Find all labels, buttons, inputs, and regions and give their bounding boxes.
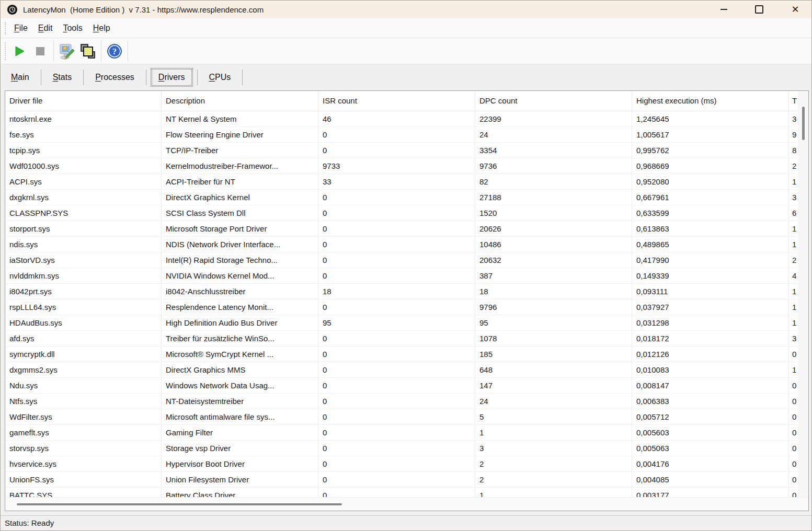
table-cell: i8042-Anschlusstreiber: [162, 284, 318, 299]
table-cell: BATTC.SYS: [5, 488, 162, 497]
table-cell: Hypervisor Boot Driver: [162, 456, 318, 471]
maximize-button[interactable]: [748, 2, 771, 17]
table-cell: 0: [318, 347, 475, 362]
close-icon: ✕: [791, 5, 799, 14]
window-controls: ✕: [712, 1, 807, 18]
table-row[interactable]: HDAudBus.sysHigh Definition Audio Bus Dr…: [5, 315, 808, 331]
table-cell: 1: [475, 425, 632, 440]
table-row[interactable]: gameflt.sysGaming Filter010,0056030: [5, 425, 808, 441]
minimize-button[interactable]: [712, 2, 735, 17]
table-cell: 0: [789, 441, 797, 456]
horizontal-scrollbar-thumb[interactable]: [17, 503, 342, 505]
table-row[interactable]: i8042prt.sysi8042-Anschlusstreiber18180,…: [5, 284, 808, 299]
status-bar: Status: Ready: [1, 515, 811, 531]
table-cell: 0,004176: [632, 456, 789, 471]
menu-item-edit[interactable]: Edit: [33, 24, 58, 33]
menu-item-help[interactable]: Help: [88, 24, 116, 33]
table-cell: Wdf01000.sys: [5, 158, 162, 174]
table-cell: ndis.sys: [5, 237, 162, 252]
tab-processes[interactable]: Processes: [87, 69, 143, 86]
table-row[interactable]: dxgkrnl.sysDirectX Graphics Kernel027188…: [5, 190, 808, 205]
table-row[interactable]: fse.sysFlow Steering Engine Driver0241,0…: [5, 127, 808, 143]
table-row[interactable]: Wdf01000.sysKernelmodustreiber-Framewor.…: [5, 158, 808, 174]
table-row[interactable]: Ndu.sysWindows Network Data Usag...01470…: [5, 378, 808, 394]
table-row[interactable]: dxgmms2.sysDirectX Graphics MMS06480,010…: [5, 362, 808, 378]
column-header[interactable]: T: [789, 91, 797, 111]
table-row[interactable]: BATTC.SYSBattery Class Driver010,0031770: [5, 488, 808, 497]
close-button[interactable]: ✕: [784, 2, 807, 17]
column-header[interactable]: Description: [162, 91, 318, 111]
table-row[interactable]: storport.sysMicrosoft Storage Port Drive…: [5, 221, 808, 237]
vertical-scrollbar-thumb[interactable]: [802, 107, 805, 140]
tab-main[interactable]: Main: [3, 69, 38, 86]
table-row[interactable]: ntoskrnl.exeNT Kernel & System46223991,2…: [5, 111, 808, 127]
help-button[interactable]: ?: [104, 41, 125, 62]
table-row[interactable]: CLASSPNP.SYSSCSI Class System Dll015200,…: [5, 205, 808, 221]
table-cell: 0: [318, 425, 475, 440]
tab-cpus[interactable]: CPUs: [201, 69, 239, 86]
tab-stats[interactable]: Stats: [44, 69, 80, 86]
table-cell: 1: [789, 284, 797, 299]
column-header[interactable]: ISR count: [318, 91, 475, 111]
table-cell: DirectX Graphics Kernel: [162, 190, 318, 205]
table-cell: 9: [789, 127, 797, 142]
table-cell: Battery Class Driver: [162, 488, 318, 497]
column-header[interactable]: DPC count: [475, 91, 632, 111]
vertical-scrollbar[interactable]: [798, 91, 808, 497]
table-row[interactable]: nvlddmkm.sysNVIDIA Windows Kernel Mod...…: [5, 268, 808, 284]
table-row[interactable]: storvsp.sysStorage vsp Driver030,0050630: [5, 441, 808, 456]
table-cell: 0: [318, 362, 475, 377]
column-header[interactable]: Driver file: [5, 91, 162, 111]
column-header[interactable]: Highest execution (ms): [632, 91, 789, 111]
menu-bar: FileEditToolsHelp: [1, 18, 811, 38]
table-cell: DirectX Graphics MMS: [162, 362, 318, 377]
table-cell: Storage vsp Driver: [162, 441, 318, 456]
table-cell: WdFilter.sys: [5, 409, 162, 424]
table-cell: Ntfs.sys: [5, 394, 162, 409]
table-cell: 2: [789, 252, 797, 268]
table-row[interactable]: Ntfs.sysNT-Dateisystemtreiber0240,006383…: [5, 394, 808, 409]
table-row[interactable]: afd.sysTreiber für zusätzliche WinSo...0…: [5, 331, 808, 347]
listview-body: ntoskrnl.exeNT Kernel & System46223991,2…: [5, 111, 808, 497]
table-cell: 0,995762: [632, 143, 789, 158]
horizontal-scrollbar[interactable]: [5, 497, 808, 511]
table-cell: 4: [789, 268, 797, 283]
table-cell: i8042prt.sys: [5, 284, 162, 299]
start-monitor-button[interactable]: [9, 41, 30, 62]
table-row[interactable]: ACPI.sysACPI-Treiber für NT33820,9520801: [5, 174, 808, 190]
table-cell: 0: [789, 456, 797, 471]
table-cell: 3: [789, 331, 797, 346]
table-cell: 3: [789, 111, 797, 126]
tab-drivers[interactable]: Drivers: [152, 69, 192, 86]
table-cell: 0,008147: [632, 378, 789, 393]
table-row[interactable]: hvservice.sysHypervisor Boot Driver020,0…: [5, 456, 808, 472]
table-row[interactable]: UnionFS.sysUnion Filesystem Driver020,00…: [5, 472, 808, 488]
report-button[interactable]: [77, 41, 98, 62]
table-row[interactable]: symcryptk.dllMicrosoft® SymCrypt Kernel …: [5, 347, 808, 362]
report-layers-icon: [79, 43, 96, 60]
stop-monitor-button[interactable]: [30, 41, 51, 62]
table-row[interactable]: WdFilter.sysMicrosoft antimalware file s…: [5, 409, 808, 425]
table-cell: 0,417990: [632, 252, 789, 268]
app-icon: [7, 4, 18, 15]
menu-item-tools[interactable]: Tools: [58, 24, 87, 33]
table-cell: 1: [789, 315, 797, 330]
table-cell: Kernelmodustreiber-Framewor...: [162, 158, 318, 174]
table-cell: 1520: [475, 205, 632, 221]
table-row[interactable]: rspLLL64.sysResplendence Latency Monit..…: [5, 299, 808, 315]
table-cell: 0,005603: [632, 425, 789, 440]
minimize-icon: [720, 9, 727, 10]
tab-separator: [197, 70, 198, 85]
table-cell: 1: [789, 362, 797, 377]
table-cell: 1: [789, 221, 797, 236]
table-row[interactable]: iaStorVD.sysIntel(R) Rapid Storage Techn…: [5, 252, 808, 268]
table-cell: 0: [789, 394, 797, 409]
table-cell: fse.sys: [5, 127, 162, 142]
table-cell: 33: [318, 174, 475, 189]
table-row[interactable]: tcpip.sysTCP/IP-Treiber033540,9957628: [5, 143, 808, 158]
table-row[interactable]: ndis.sysNDIS (Network Driver Interface..…: [5, 237, 808, 252]
table-cell: CLASSPNP.SYS: [5, 205, 162, 221]
table-cell: 1,245645: [632, 111, 789, 126]
menu-item-file[interactable]: File: [9, 24, 33, 33]
options-button[interactable]: [56, 41, 77, 62]
